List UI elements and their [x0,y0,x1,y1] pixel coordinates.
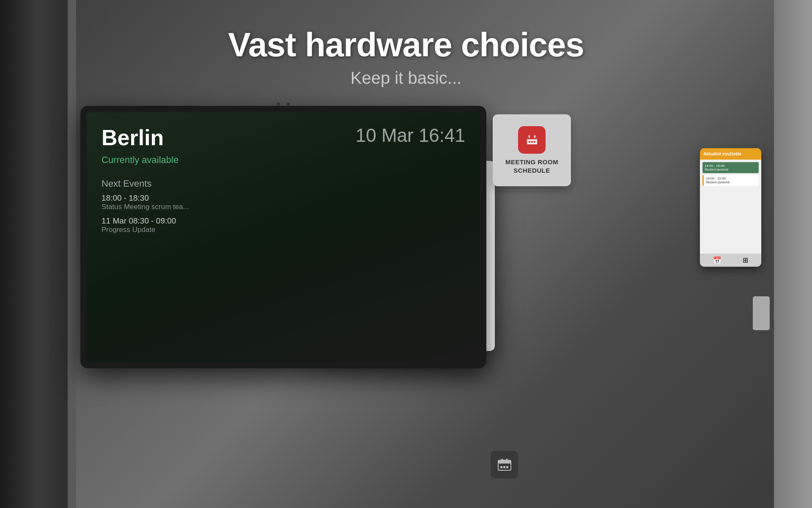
wall-tablet-row-time-2: 14:00 - 15:00 [706,177,757,180]
camera-dot-2 [287,102,290,106]
svg-rect-3 [529,135,530,138]
room-status: Currently available [102,155,465,166]
wall-tablet-screen: Aktuálně využíváte 14:00 - 15:00 Školení… [700,148,761,267]
svg-rect-5 [529,141,530,143]
calendar-icon-svg [497,458,512,472]
wall-tablet-row-1: 14:00 - 15:00 Školení janeček [702,162,759,173]
event-name-2: Progress Update [102,226,465,234]
page-title: Vast hardware choices [0,25,812,64]
wall-tablet-row-2: 14:00 - 15:00 Školení janeček [702,175,759,186]
wall-tablet-footer: 📅 ⊞ [700,254,761,267]
wall-plug [753,296,770,330]
event-item-2: 11 Mar 08:30 - 09:00 Progress Update [102,216,465,234]
wall-tablet-header: Aktuálně využíváte [700,148,761,160]
event-time-1: 18:00 - 18:30 [102,193,465,203]
tablet-camera [277,102,290,106]
svg-rect-14 [506,466,508,468]
wall-tablet-row-time-1: 14:00 - 15:00 [705,164,757,168]
wall-tablet-grid-icon: ⊞ [743,256,748,264]
svg-rect-13 [503,466,505,468]
svg-rect-7 [534,141,535,143]
room-time: 10 Mar 16:41 [356,125,465,146]
svg-rect-4 [534,135,535,138]
svg-rect-9 [498,460,511,464]
wall-tablet-body: 14:00 - 15:00 Školení janeček 14:00 - 15… [700,160,761,254]
tablet-screen: Berlin 10 Mar 16:41 Currently available … [87,112,480,362]
svg-rect-2 [527,137,537,139]
wall-tablet-row-name-2: Školení janeček [706,180,757,184]
svg-rect-12 [500,466,502,468]
next-events-title: Next Events [102,178,465,189]
camera-dot-1 [277,102,280,106]
event-item-1: 18:00 - 18:30 Status Meeting scrum tea..… [102,193,465,211]
tablet-device: Berlin 10 Mar 16:41 Currently available … [80,106,486,368]
svg-rect-6 [531,141,533,143]
room-screen: Berlin 10 Mar 16:41 Currently available … [87,112,480,362]
svg-rect-11 [506,458,508,462]
wall-tablet: Aktuálně využíváte 14:00 - 15:00 Školení… [700,148,761,267]
calendar-button[interactable] [491,451,518,478]
wall-tablet-calendar-icon: 📅 [713,256,721,264]
wall-tablet-row-name-1: Školení janeček [705,168,757,171]
meeting-card-label: MEETING ROOMSCHEDULE [505,158,558,174]
event-name-1: Status Meeting scrum tea... [102,203,465,211]
meeting-icon-svg [524,132,540,149]
event-time-2: 11 Mar 08:30 - 09:00 [102,216,465,226]
meeting-card-icon [518,126,546,154]
page-header: Vast hardware choices Keep it basic... [0,25,812,88]
page-subtitle: Keep it basic... [0,69,812,88]
svg-rect-10 [502,458,503,462]
meeting-room-schedule-card[interactable]: MEETING ROOMSCHEDULE [493,114,571,186]
